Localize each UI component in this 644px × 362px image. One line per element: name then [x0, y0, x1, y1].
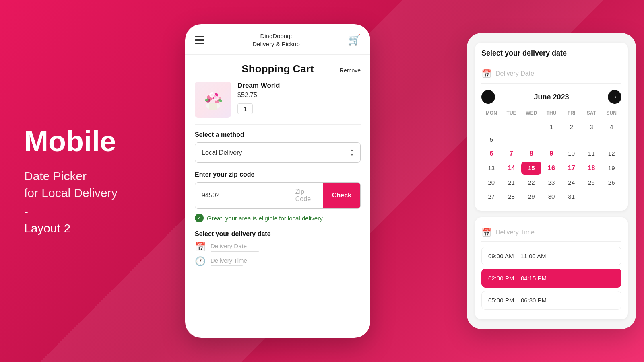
cal-day-13[interactable]: 13 [481, 162, 502, 175]
app-title: DingDoong: Delivery & Pickup [252, 32, 300, 48]
calendar-icon: 📅 [195, 242, 206, 252]
zip-input[interactable] [195, 183, 289, 208]
calendar-row-5: 27 28 29 30 31 [481, 190, 621, 203]
time-section: 📅 Delivery Time 09:00 AM – 11:00 AM 02:0… [475, 217, 628, 319]
cart-item: Dream World Remove $52.75 1 [195, 82, 361, 125]
cal-day-11[interactable]: 11 [582, 147, 602, 160]
phone-calendar: Select your delivery date 📅 Delivery Dat… [467, 33, 636, 329]
calendar-input-icon: 📅 [481, 69, 491, 78]
date-underline [211, 251, 259, 252]
phone-header: DingDoong: Delivery & Pickup 🛒 [185, 32, 370, 55]
day-header-tue: TUE [502, 109, 522, 117]
date-input-row[interactable]: 📅 Delivery Date [481, 64, 621, 84]
calendar-month-label: June 2023 [534, 93, 569, 101]
shopping-cart-title: Shopping Cart [195, 55, 361, 82]
cal-day-9[interactable]: 9 [541, 147, 561, 160]
cal-day-20[interactable]: 20 [481, 176, 502, 189]
method-value: Local Delivery [202, 149, 242, 156]
time-underline [211, 265, 243, 266]
cal-day-6[interactable]: 6 [481, 147, 502, 160]
cal-cell [521, 121, 541, 133]
time-section-icon: 📅 [481, 228, 491, 237]
cal-day-3[interactable]: 3 [582, 121, 602, 133]
time-input-row: 📅 Delivery Time [481, 224, 621, 242]
cal-day-19[interactable]: 19 [601, 162, 621, 175]
cal-day-26[interactable]: 26 [601, 176, 621, 189]
svg-point-9 [214, 95, 216, 97]
cal-day-4[interactable]: 4 [601, 121, 621, 133]
cal-day-28[interactable]: 28 [502, 190, 522, 203]
calendar-row-4: 20 21 22 23 24 25 26 [481, 176, 621, 189]
cal-day-1[interactable]: 1 [541, 121, 561, 133]
calendar-grid: MON TUE WED THU FRI SAT SUN 1 2 3 4 [481, 109, 621, 203]
quantity-display[interactable]: 1 [237, 103, 253, 114]
time-info: Delivery Time [211, 257, 247, 266]
calendar-section: Select your delivery date 📅 Delivery Dat… [475, 43, 628, 211]
cal-day-8[interactable]: 8 [521, 147, 541, 160]
cal-cell [502, 121, 522, 133]
cal-day-7[interactable]: 7 [502, 147, 522, 160]
cal-day-29[interactable]: 29 [521, 190, 541, 203]
date-picker-row[interactable]: 📅 Delivery Date [195, 242, 361, 252]
time-placeholder: Delivery Time [211, 257, 247, 264]
date-input-placeholder: Delivery Date [495, 70, 534, 77]
cal-day-18[interactable]: 18 [582, 162, 602, 175]
cal-day-14[interactable]: 14 [502, 162, 522, 175]
cal-day-10[interactable]: 10 [561, 147, 582, 160]
day-header-sat: SAT [582, 109, 602, 117]
date-info: Delivery Date [211, 243, 259, 252]
cal-day-23[interactable]: 23 [541, 176, 561, 189]
cal-day-25[interactable]: 25 [582, 176, 602, 189]
dash: - [24, 205, 173, 218]
next-month-button[interactable]: → [608, 90, 621, 104]
calendar-row-2: 6 7 8 9 10 11 12 [481, 147, 621, 160]
layout-label: Layout 2 [24, 222, 173, 235]
product-image [195, 82, 231, 118]
delivery-date-section-label: Select your delivery date [195, 230, 361, 238]
day-header-sun: SUN [601, 109, 621, 117]
page-title: Mobile [24, 127, 173, 156]
prev-month-button[interactable]: ← [481, 90, 495, 104]
cal-day-21[interactable]: 21 [502, 176, 522, 189]
cal-day-24[interactable]: 24 [561, 176, 582, 189]
left-section: Mobile Date Pickerfor Local Delivery - L… [0, 127, 173, 235]
calendar-nav: ← June 2023 → [481, 90, 621, 104]
clock-icon: 🕐 [195, 256, 206, 267]
cal-day-15[interactable]: 15 [521, 162, 541, 175]
cal-day-5[interactable]: 5 [481, 133, 502, 146]
cal-day-27[interactable]: 27 [481, 190, 502, 203]
cal-cell-empty [601, 190, 621, 203]
cal-day-31[interactable]: 31 [561, 190, 582, 203]
date-placeholder: Delivery Date [211, 243, 259, 249]
cal-day-30[interactable]: 30 [541, 190, 561, 203]
dropdown-arrow-icon [350, 148, 354, 157]
zip-placeholder: Zip Code [289, 183, 323, 208]
subtitle-text: Date Pickerfor Local Delivery [24, 169, 118, 200]
method-dropdown[interactable]: Local Delivery [195, 142, 361, 163]
zip-row: Zip Code Check [195, 182, 361, 209]
calendar-row-3: 13 14 15 16 17 18 19 [481, 162, 621, 175]
time-slot-2[interactable]: 02:00 PM – 04:15 PM [481, 269, 621, 288]
check-circle-icon: ✓ [195, 214, 204, 222]
phone-shopping-cart: DingDoong: Delivery & Pickup 🛒 Shopping … [185, 24, 370, 338]
day-header-thu: THU [541, 109, 561, 117]
day-header-fri: FRI [561, 109, 582, 117]
time-picker-row[interactable]: 🕐 Delivery Time [195, 256, 361, 267]
remove-button[interactable]: Remove [340, 67, 361, 74]
cal-day-17[interactable]: 17 [561, 162, 582, 175]
calendar-section-title: Select your delivery date [481, 49, 621, 58]
phones-section: DingDoong: Delivery & Pickup 🛒 Shopping … [173, 0, 644, 362]
hamburger-menu-icon[interactable] [195, 36, 204, 44]
cal-day-22[interactable]: 22 [521, 176, 541, 189]
cart-icon[interactable]: 🛒 [348, 34, 361, 46]
product-price: $52.75 [237, 91, 361, 99]
calendar-row-1: 1 2 3 4 5 [481, 121, 621, 146]
time-slot-1[interactable]: 09:00 AM – 11:00 AM [481, 247, 621, 265]
cal-day-12[interactable]: 12 [601, 147, 621, 160]
check-button[interactable]: Check [323, 183, 360, 208]
cal-day-16[interactable]: 16 [541, 162, 561, 175]
cal-day-2[interactable]: 2 [561, 121, 582, 133]
eligible-message: ✓ Great, your area is eligible for local… [195, 214, 361, 222]
time-slot-3[interactable]: 05:00 PM – 06:30 PM [481, 291, 621, 310]
time-section-placeholder: Delivery Time [495, 229, 535, 236]
